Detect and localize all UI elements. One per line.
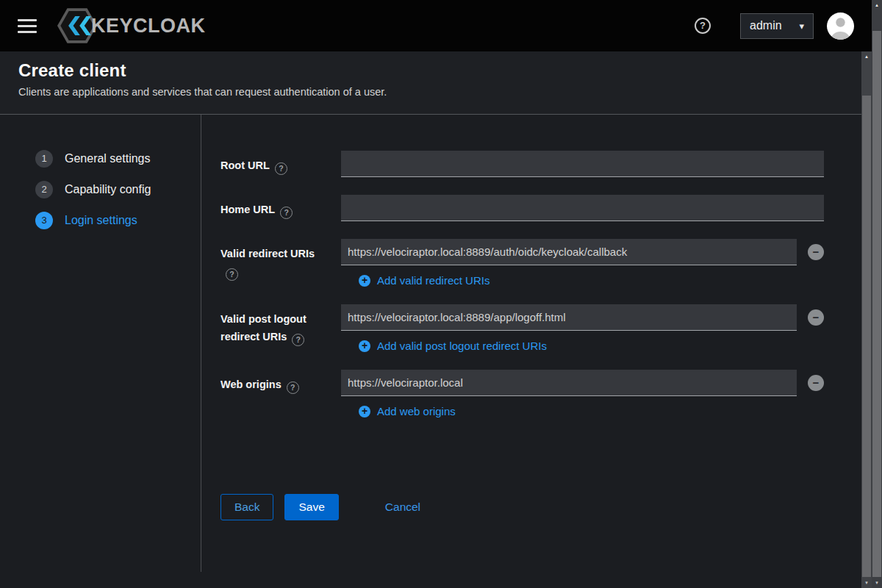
window-scrollbar[interactable]: ▲ ▼ bbox=[872, 0, 882, 588]
hamburger-icon bbox=[18, 19, 37, 21]
valid-redirect-uris-label: Valid redirect URIs? bbox=[220, 239, 341, 281]
help-icon[interactable]: ? bbox=[292, 334, 304, 346]
plus-circle-icon: + bbox=[359, 340, 370, 352]
form-row-root-url: Root URL? bbox=[220, 151, 824, 177]
scroll-up-icon[interactable]: ▲ bbox=[861, 51, 872, 62]
help-icon[interactable]: ? bbox=[226, 268, 238, 281]
web-origins-label: Web origins? bbox=[220, 370, 341, 394]
add-post-logout-redirect-uris-link[interactable]: + Add valid post logout redirect URIs bbox=[359, 340, 547, 352]
step-number-badge: 2 bbox=[35, 181, 53, 198]
help-icon[interactable]: ? bbox=[275, 162, 287, 175]
minus-circle-icon: − bbox=[808, 309, 824, 326]
form-row-post-logout-redirect-uris: Valid post logout redirect URIs? − + Add… bbox=[220, 304, 824, 352]
plus-circle-icon: + bbox=[359, 275, 370, 287]
post-logout-redirect-uri-input[interactable] bbox=[341, 304, 797, 331]
nav-toggle-button[interactable] bbox=[18, 19, 37, 33]
home-url-label: Home URL? bbox=[220, 195, 341, 219]
user-dropdown[interactable]: admin ▾ bbox=[740, 13, 814, 39]
save-button[interactable]: Save bbox=[284, 494, 338, 520]
valid-redirect-uri-input[interactable] bbox=[341, 239, 797, 265]
question-circle-icon: ? bbox=[700, 20, 706, 31]
masthead: KEYCLOAK ? admin ▾ bbox=[0, 0, 872, 51]
wizard-step-capability-config[interactable]: 2 Capability config bbox=[35, 181, 201, 198]
add-valid-redirect-uris-link[interactable]: + Add valid redirect URIs bbox=[359, 274, 490, 287]
minus-circle-icon: − bbox=[808, 375, 824, 391]
masthead-toolbar: ? admin ▾ bbox=[695, 12, 854, 40]
home-url-input[interactable] bbox=[341, 195, 824, 221]
scroll-down-icon[interactable]: ▼ bbox=[872, 578, 882, 588]
brand-wordmark: KEYCLOAK bbox=[91, 15, 206, 37]
form-row-home-url: Home URL? bbox=[220, 195, 824, 221]
form-row-web-origins: Web origins? − + Add web origins bbox=[220, 370, 824, 417]
form-row-valid-redirect-uris: Valid redirect URIs? − + Add valid redir… bbox=[220, 239, 824, 287]
remove-web-origin-button[interactable]: − bbox=[808, 375, 824, 391]
scroll-down-icon[interactable]: ▼ bbox=[861, 578, 872, 588]
post-logout-redirect-uris-label: Valid post logout redirect URIs? bbox=[220, 304, 341, 346]
scroll-up-icon[interactable]: ▲ bbox=[872, 0, 882, 10]
web-origins-input[interactable] bbox=[341, 370, 797, 396]
minus-circle-icon: − bbox=[808, 244, 824, 260]
remove-post-logout-uri-button[interactable]: − bbox=[808, 309, 824, 326]
chevron-down-icon: ▾ bbox=[799, 21, 804, 32]
wizard-step-general-settings[interactable]: 1 General settings bbox=[35, 150, 201, 168]
avatar[interactable] bbox=[827, 12, 854, 40]
page-scrollbar[interactable]: ▲ ▼ bbox=[861, 51, 872, 588]
wizard-step-login-settings[interactable]: 3 Login settings bbox=[35, 212, 201, 229]
wizard-nav: 1 General settings 2 Capability config 3… bbox=[0, 115, 201, 572]
username-label: admin bbox=[750, 19, 782, 32]
page-title: Create client bbox=[18, 60, 853, 81]
page-subtitle: Clients are applications and services th… bbox=[18, 86, 853, 98]
form-actions: Back Save Cancel bbox=[220, 494, 824, 520]
add-web-origins-link[interactable]: + Add web origins bbox=[359, 405, 456, 417]
help-icon[interactable]: ? bbox=[287, 381, 299, 394]
wizard-content: 1 General settings 2 Capability config 3… bbox=[0, 115, 861, 588]
step-number-badge: 3 bbox=[35, 212, 53, 229]
cancel-button[interactable]: Cancel bbox=[385, 495, 420, 520]
plus-circle-icon: + bbox=[359, 406, 370, 417]
step-number-badge: 1 bbox=[35, 150, 53, 168]
remove-redirect-uri-button[interactable]: − bbox=[808, 244, 824, 260]
back-button[interactable]: Back bbox=[220, 494, 273, 520]
root-url-input[interactable] bbox=[341, 151, 824, 177]
window-scrollbar-thumb[interactable] bbox=[872, 31, 881, 577]
user-avatar-icon bbox=[827, 12, 854, 40]
root-url-label: Root URL? bbox=[220, 151, 341, 175]
page-scrollbar-thumb[interactable] bbox=[862, 96, 871, 577]
page-header: Create client Clients are applications a… bbox=[0, 51, 872, 115]
login-settings-form: Root URL? Home URL? Valid redirect URI bbox=[201, 115, 861, 588]
keycloak-logo: KEYCLOAK bbox=[57, 8, 206, 43]
help-icon[interactable]: ? bbox=[280, 207, 293, 219]
help-button[interactable]: ? bbox=[695, 18, 711, 34]
